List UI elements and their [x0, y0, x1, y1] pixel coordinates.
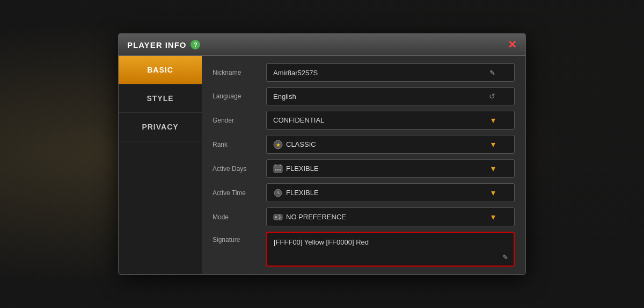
mode-control: NO PREFERENCE ▾ — [266, 207, 515, 226]
signature-value: [FFFF00] Yellow [FF0000] Red — [274, 237, 507, 248]
language-refresh-icon: ↺ — [489, 92, 495, 101]
mode-content: NO PREFERENCE — [273, 212, 346, 222]
active-days-content: FLEXIBLE — [273, 164, 319, 174]
gender-chevron-icon: ▾ — [491, 115, 495, 125]
signature-row: Signature [FFFF00] Yellow [FF0000] Red ✎ — [213, 232, 515, 267]
signature-edit-icon: ✎ — [502, 253, 508, 261]
language-row: Language English ↺ — [213, 87, 515, 105]
signature-input[interactable]: [FFFF00] Yellow [FF0000] Red ✎ — [266, 232, 515, 267]
rank-chevron-icon: ▾ — [491, 139, 495, 149]
close-button[interactable]: ✕ — [508, 39, 517, 50]
active-days-dropdown[interactable]: FLEXIBLE ▾ — [266, 159, 515, 178]
mode-label: Mode — [213, 213, 266, 221]
nickname-value: Amir8ar5257S — [273, 69, 318, 77]
mode-chevron-icon: ▾ — [491, 212, 495, 222]
active-time-chevron-icon: ▾ — [491, 188, 495, 198]
mode-icon — [273, 212, 283, 222]
signature-label: Signature — [213, 232, 266, 243]
active-time-control: FLEXIBLE ▾ — [266, 183, 515, 202]
rank-icon: ★ — [273, 140, 283, 149]
svg-text:★: ★ — [276, 142, 281, 148]
modal-title: PLAYER INFO — [127, 40, 186, 49]
language-input[interactable]: English ↺ — [266, 87, 515, 105]
nickname-edit-icon: ✎ — [489, 69, 495, 77]
content-area: Nickname Amir8ar5257S ✎ Language English… — [202, 56, 525, 274]
nickname-label: Nickname — [213, 69, 266, 76]
sidebar-item-basic[interactable]: BASIC — [119, 56, 202, 84]
active-time-icon — [273, 188, 283, 198]
active-days-chevron-icon: ▾ — [491, 163, 495, 174]
modal-header: PLAYER INFO ? ✕ — [119, 34, 525, 56]
svg-point-13 — [275, 216, 277, 218]
active-time-content: FLEXIBLE — [273, 188, 319, 198]
svg-point-7 — [277, 169, 279, 170]
gender-dropdown[interactable]: CONFIDENTIAL ▾ — [266, 111, 515, 130]
svg-point-8 — [280, 169, 281, 170]
rank-row: Rank ★ CLASSIC ▾ — [213, 135, 515, 154]
title-row: PLAYER INFO ? — [127, 40, 200, 49]
mode-dropdown[interactable]: NO PREFERENCE ▾ — [266, 207, 515, 226]
sidebar-item-style[interactable]: STYLE — [119, 84, 202, 113]
rank-control: ★ CLASSIC ▾ — [266, 135, 515, 154]
active-time-label: Active Time — [213, 189, 266, 197]
rank-label: Rank — [213, 141, 266, 148]
rank-dropdown[interactable]: ★ CLASSIC ▾ — [266, 135, 515, 154]
gender-label: Gender — [213, 117, 266, 124]
language-value: English — [273, 92, 296, 101]
language-control: English ↺ — [266, 87, 515, 105]
active-time-row: Active Time FLEXIBLE ▾ — [213, 183, 515, 202]
active-days-label: Active Days — [213, 165, 266, 173]
help-button[interactable]: ? — [191, 40, 200, 49]
svg-point-6 — [275, 169, 277, 170]
mode-row: Mode NO PREFERENCE — [213, 207, 515, 226]
gender-value: CONFIDENTIAL — [273, 116, 324, 124]
rank-content: ★ CLASSIC — [273, 140, 316, 149]
active-time-dropdown[interactable]: FLEXIBLE ▾ — [266, 183, 515, 202]
modal-body: BASIC STYLE PRIVACY Nickname Amir8ar5257… — [119, 56, 525, 274]
svg-rect-2 — [274, 165, 282, 173]
player-info-modal: PLAYER INFO ? ✕ BASIC STYLE PRIVACY Nick… — [118, 33, 526, 275]
active-days-icon — [273, 164, 283, 174]
gender-row: Gender CONFIDENTIAL ▾ — [213, 111, 515, 130]
sidebar-item-privacy[interactable]: PRIVACY — [119, 113, 202, 141]
active-days-control: FLEXIBLE ▾ — [266, 159, 515, 178]
nickname-input[interactable]: Amir8ar5257S ✎ — [266, 63, 515, 82]
gender-control: CONFIDENTIAL ▾ — [266, 111, 515, 130]
sidebar: BASIC STYLE PRIVACY — [119, 56, 202, 274]
nickname-row: Nickname Amir8ar5257S ✎ — [213, 63, 515, 82]
active-days-row: Active Days — [213, 159, 515, 178]
nickname-control: Amir8ar5257S ✎ — [266, 63, 515, 82]
language-label: Language — [213, 92, 266, 100]
signature-control: [FFFF00] Yellow [FF0000] Red ✎ — [266, 232, 515, 267]
